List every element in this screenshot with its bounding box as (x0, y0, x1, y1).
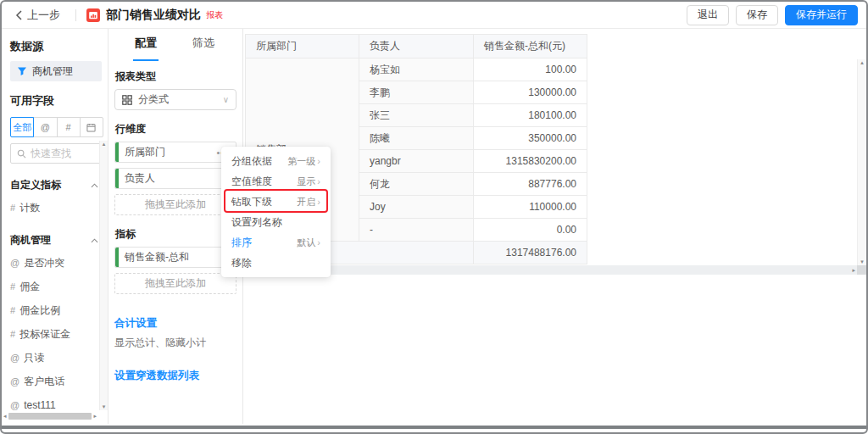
table-horizontal-scrollbar[interactable]: ▸ (243, 265, 857, 275)
total-settings-link[interactable]: 合计设置 (114, 316, 236, 331)
back-label: 上一步 (27, 8, 60, 23)
scroll-up-icon[interactable]: ▴ (860, 59, 864, 66)
menu-item-drill-down[interactable]: 钻取下级 开启› (221, 192, 331, 212)
column-header: 销售金额-总和(元) (474, 35, 587, 58)
chip-label: 负责人 (125, 171, 155, 186)
owner-cell: 陈曦 (359, 127, 474, 150)
row-dim-chip-department[interactable]: 所属部门 ••• (114, 142, 236, 163)
field-item[interactable]: #投标保证金 (10, 322, 108, 346)
scrollbar-thumb[interactable] (8, 413, 92, 420)
field-label: 只读 (24, 352, 44, 364)
report-type-value: 分类式 (138, 92, 169, 107)
tab-all-fields[interactable]: 全部 (10, 117, 34, 137)
menu-item-remove[interactable]: 移除 (221, 253, 331, 273)
field-type-icon: @ (10, 353, 19, 363)
report-type-label: 报表类型 (115, 70, 236, 84)
chevron-up-icon (91, 183, 98, 188)
menu-item-null-dimension[interactable]: 空值维度 显示› (221, 171, 331, 192)
sidebar-vertical-scrollbar[interactable]: ▴ ▾ (99, 141, 108, 410)
tab-date-fields[interactable] (80, 117, 103, 137)
exit-button[interactable]: 退出 (687, 5, 729, 25)
chevron-right-icon: › (317, 237, 320, 248)
save-button[interactable]: 保存 (736, 5, 778, 25)
field-item[interactable]: #佣金比例 (10, 298, 108, 322)
field-item[interactable]: @客户电话 (10, 370, 108, 393)
menu-item-group-by[interactable]: 分组依据 第一级› (221, 151, 331, 171)
scroll-right-icon[interactable]: ▸ (852, 267, 855, 274)
field-type-icon: @ (10, 258, 19, 268)
chip-label: 销售金额-总和 (125, 250, 189, 264)
sidebar-horizontal-scrollbar[interactable]: ◂ ▸ (3, 412, 97, 420)
amount-cell: 130000.00 (474, 81, 587, 104)
field-item[interactable]: @只读 (10, 346, 108, 370)
field-label: 是否冲突 (24, 257, 64, 269)
chevron-right-icon: › (317, 176, 320, 186)
divider (75, 9, 76, 21)
amount-cell: 350000.00 (474, 127, 587, 150)
drill-data-list-link[interactable]: 设置穿透数据列表 (114, 369, 236, 383)
tab-filter[interactable]: 筛选 (192, 36, 214, 58)
topbar: 上一步 部门销售业绩对比 报表 退出 保存 保存并运行 (2, 2, 866, 29)
field-type-icon: # (10, 305, 15, 315)
field-type-icon: # (10, 281, 15, 292)
field-label: test111 (24, 399, 56, 411)
table-vertical-scrollbar[interactable]: ▴ ▾ (857, 59, 866, 265)
row-dim-chip-owner[interactable]: 负责人 (114, 168, 236, 189)
tab-text-fields[interactable]: @ (33, 117, 57, 137)
scroll-down-icon[interactable]: ▾ (103, 403, 106, 410)
amount-cell: 100.00 (474, 58, 587, 81)
back-button[interactable]: 上一步 (10, 8, 65, 23)
report-preview-canvas: 所属部门 负责人 销售金额-总和(元) 销售部 杨宝如 100.00 李鹏 13… (243, 29, 866, 424)
owner-cell: Joy (359, 196, 474, 219)
total-settings-desc: 显示总计、隐藏小计 (114, 336, 236, 350)
amount-cell: 180100.00 (474, 104, 587, 127)
group-header-custom-metrics[interactable]: 自定义指标 (10, 178, 98, 192)
scroll-down-icon[interactable]: ▾ (860, 259, 864, 265)
config-panel-tabs: 配置 筛选 (114, 36, 236, 58)
menu-item-set-column-name[interactable]: 设置列名称 (221, 212, 331, 232)
tab-number-fields[interactable]: # (57, 117, 81, 137)
datasource-heading: 数据源 (10, 39, 108, 54)
owner-cell: 杨宝如 (359, 58, 474, 81)
field-item[interactable]: @是否冲突 (10, 251, 108, 275)
chevron-up-icon (91, 238, 98, 243)
window-bottom-strip (2, 426, 866, 429)
row-dim-dropzone[interactable]: 拖拽至此添加 (114, 194, 236, 215)
chip-label: 所属部门 (125, 145, 165, 159)
field-item[interactable]: #佣金 (10, 275, 108, 298)
fields-heading: 可用字段 (10, 93, 108, 108)
search-input[interactable] (31, 147, 97, 159)
column-header: 负责人 (359, 35, 474, 58)
row-dimension-label: 行维度 (115, 122, 236, 136)
field-type-icon: # (10, 329, 15, 339)
group-header-shangji[interactable]: 商机管理 (10, 233, 98, 248)
amount-cell: 1315830200.00 (474, 150, 587, 173)
chevron-left-icon (15, 10, 23, 20)
metric-label: 指标 (115, 227, 236, 242)
metric-dropzone[interactable]: 拖拽至此添加 (114, 273, 236, 294)
calendar-icon (86, 123, 96, 132)
datasource-item-label: 商机管理 (32, 64, 73, 79)
field-label: 客户电话 (24, 376, 64, 387)
datasource-sidebar: 数据源 商机管理 可用字段 全部 @ # (2, 29, 108, 424)
chevron-right-icon: › (317, 156, 320, 166)
report-type-select[interactable]: 分类式 ∨ (114, 89, 236, 110)
field-label: 机会名称 (24, 423, 64, 424)
field-type-icon: @ (10, 400, 19, 410)
datasource-item-shangji[interactable]: 商机管理 (10, 61, 102, 81)
field-item[interactable]: #计数 (10, 196, 108, 220)
save-and-run-button[interactable]: 保存并运行 (785, 5, 858, 25)
tab-config[interactable]: 配置 (135, 36, 157, 58)
owner-cell: 李鹏 (359, 81, 474, 104)
metric-chip-sales-sum[interactable]: 销售金额-总和 (114, 247, 236, 268)
scroll-right-icon[interactable]: ▸ (93, 413, 97, 420)
grid-layout-icon (122, 95, 132, 105)
amount-cell: 110000.00 (474, 196, 587, 219)
scroll-up-icon[interactable]: ▴ (103, 141, 106, 147)
report-type-badge: 报表 (206, 9, 223, 21)
menu-item-sort[interactable]: 排序 默认› (221, 232, 331, 253)
chevron-down-icon: ∨ (223, 95, 229, 104)
field-label: 计数 (19, 202, 40, 214)
chevron-right-icon: › (317, 197, 320, 207)
scroll-left-icon[interactable]: ◂ (3, 413, 7, 420)
